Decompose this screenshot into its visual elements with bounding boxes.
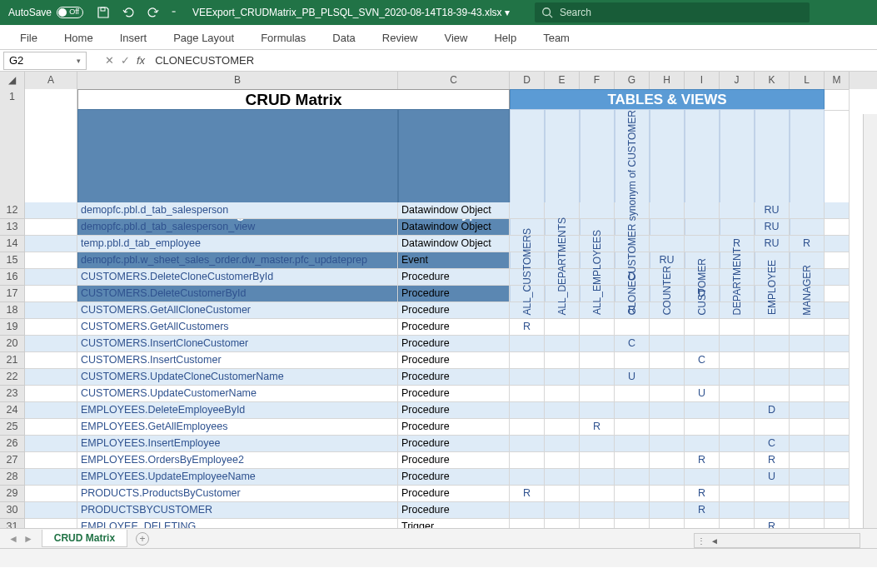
cell[interactable] [825,436,850,452]
crud-cell[interactable] [580,386,615,402]
crud-cell[interactable] [510,452,545,469]
crud-cell[interactable] [720,419,755,436]
crud-cell[interactable]: R [790,236,825,252]
crud-cell[interactable]: R [755,452,790,469]
cell[interactable] [25,352,77,369]
calling-item-cell[interactable]: PRODUCTS.ProductsByCustomer [77,486,398,502]
crud-cell[interactable] [685,469,720,486]
crud-cell[interactable] [615,402,650,419]
crud-cell[interactable] [755,319,790,336]
vertical-scrollbar[interactable] [863,114,877,531]
cell[interactable] [25,286,77,302]
col-header[interactable]: A [25,72,77,90]
row-header[interactable]: 12 [0,202,25,219]
sheet-prev-icon[interactable]: ◄ [8,533,18,545]
crud-cell[interactable] [720,402,755,419]
crud-cell[interactable] [685,219,720,236]
crud-cell[interactable] [790,469,825,486]
crud-cell[interactable] [545,402,580,419]
crud-cell[interactable] [615,452,650,469]
cell[interactable] [825,402,850,419]
cell[interactable] [825,469,850,486]
crud-cell[interactable]: C [685,352,720,369]
col-header[interactable]: F [580,72,615,90]
row-header[interactable]: 27 [0,452,25,469]
crud-cell[interactable]: R [580,419,615,436]
item-type-cell[interactable]: Procedure [398,319,510,336]
crud-cell[interactable] [685,402,720,419]
calling-item-cell[interactable]: CUSTOMERS.GetAllCustomers [77,319,398,336]
item-type-cell[interactable]: Datawindow Object [398,219,510,236]
cell[interactable] [25,486,77,502]
cell[interactable] [25,269,77,286]
crud-cell[interactable] [580,469,615,486]
tab-file[interactable]: File [7,27,51,49]
cell[interactable] [825,269,850,286]
cell[interactable] [825,419,850,436]
crud-cell[interactable] [650,369,685,386]
calling-item-cell[interactable]: CUSTOMERS.InsertCloneCustomer [77,336,398,352]
crud-cell[interactable] [545,452,580,469]
crud-cell[interactable] [650,202,685,219]
crud-cell[interactable] [650,336,685,352]
search-box[interactable]: Search [535,2,810,22]
crud-cell[interactable] [510,469,545,486]
crud-cell[interactable] [685,202,720,219]
crud-cell[interactable] [650,469,685,486]
row-header[interactable]: 17 [0,286,25,302]
crud-cell[interactable] [510,436,545,452]
crud-cell[interactable] [545,469,580,486]
row-header[interactable]: 26 [0,436,25,452]
crud-cell[interactable] [510,402,545,419]
crud-cell[interactable] [720,336,755,352]
tables-views-title[interactable]: TABLES & VIEWS [510,89,825,111]
crud-cell[interactable] [720,469,755,486]
crud-cell[interactable] [615,352,650,369]
crud-cell[interactable]: RU [755,202,790,219]
col-header[interactable]: L [790,72,825,90]
calling-item-cell[interactable]: temp.pbl.d_tab_employee [77,236,398,252]
scroll-left-icon[interactable]: ◄ [708,536,721,546]
crud-cell[interactable] [755,486,790,502]
item-type-cell[interactable]: Procedure [398,452,510,469]
crud-cell[interactable] [580,402,615,419]
add-sheet-button[interactable]: + [136,532,149,546]
cell[interactable] [825,302,850,319]
crud-cell[interactable] [545,386,580,402]
crud-cell[interactable] [685,369,720,386]
cell[interactable] [825,452,850,469]
sheet-next-icon[interactable]: ► [23,533,33,545]
row-header[interactable]: 1 [0,89,25,111]
crud-cell[interactable] [755,336,790,352]
crud-cell[interactable] [510,419,545,436]
cell[interactable] [25,236,77,252]
crud-cell[interactable] [685,336,720,352]
item-type-cell[interactable]: Procedure [398,469,510,486]
crud-cell[interactable] [650,236,685,252]
crud-cell[interactable] [650,436,685,452]
crud-cell[interactable] [615,502,650,519]
item-type-cell[interactable]: Datawindow Object [398,202,510,219]
crud-cell[interactable] [615,436,650,452]
col-header[interactable]: J [720,72,755,90]
item-type-cell[interactable]: Procedure [398,502,510,519]
crud-cell[interactable] [650,402,685,419]
calling-item-cell[interactable]: CUSTOMERS.DeleteCustomerById [77,286,398,302]
crud-cell[interactable] [580,452,615,469]
undo-icon[interactable] [122,6,135,19]
tab-insert[interactable]: Insert [107,27,161,49]
cell[interactable] [825,219,850,236]
crud-cell[interactable] [790,419,825,436]
crud-cell[interactable] [755,386,790,402]
crud-cell[interactable] [755,352,790,369]
calling-item-cell[interactable]: CUSTOMERS.InsertCustomer [77,352,398,369]
crud-cell[interactable] [790,319,825,336]
crud-cell[interactable] [790,436,825,452]
item-type-cell[interactable]: Procedure [398,302,510,319]
cell[interactable] [825,502,850,519]
crud-cell[interactable] [580,352,615,369]
crud-cell[interactable] [580,436,615,452]
autosave-switch[interactable]: Off [57,7,83,18]
crud-cell[interactable]: U [755,469,790,486]
crud-cell[interactable] [720,486,755,502]
